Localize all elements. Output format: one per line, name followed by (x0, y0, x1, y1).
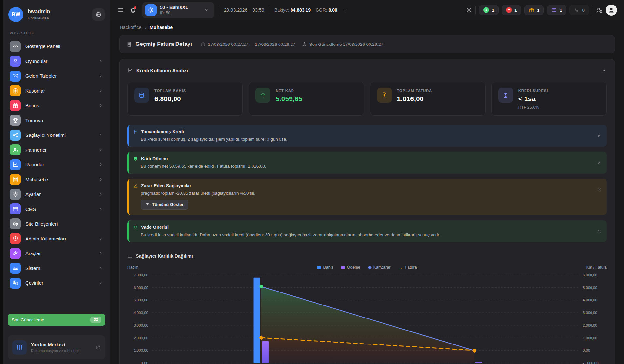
help-texts: Yardım Merkezi Dokümantasyon ve rehberle… (31, 342, 79, 353)
divider (475, 6, 476, 14)
alert-title: Kârlı Dönem (141, 156, 168, 161)
sidebar-item-partnerler[interactable]: Partnerler (6, 143, 107, 158)
brand-selector[interactable]: 50 - BahisXL ID: 50 (142, 2, 214, 18)
provider-chart-svg (152, 275, 578, 364)
sidebar-item-kuponlar[interactable]: Kuponlar (6, 84, 107, 98)
chart-line-icon (127, 67, 133, 73)
counter-pill-phone[interactable]: 0 (569, 5, 589, 15)
user-sessions-icon[interactable] (596, 7, 603, 14)
globe-icon (95, 11, 102, 18)
notifications-button[interactable] (129, 7, 136, 14)
chevron-right-icon (98, 162, 103, 167)
left-tick: 3.000,00 (134, 323, 148, 327)
legend-item-k-r-zarar[interactable]: Kâr/Zarar (368, 265, 391, 270)
sidebar-item-muhasebe[interactable]: Muhasebe (6, 172, 107, 187)
show-all-button[interactable]: Tümünü Göster (141, 200, 188, 210)
sidebar-item-cms[interactable]: CMS (6, 202, 107, 217)
settings-icon[interactable] (466, 7, 472, 13)
sidebar-item-label: Turnuva (25, 118, 43, 123)
counter-pill-arrow-down-sm[interactable]: 1 (479, 5, 499, 15)
sidebar-item-gelen-talepler[interactable]: Gelen Talepler (6, 69, 107, 84)
show-all-label: Tümünü Göster (152, 202, 184, 207)
sidebar-item-label: Gösterge Paneli (25, 44, 60, 49)
breadcrumb-separator: › (145, 25, 147, 30)
legend-item-fatura[interactable]: →Fatura (398, 265, 417, 270)
user-block: bwadmin Bookiewise (28, 9, 50, 20)
close-icon[interactable] (597, 133, 602, 138)
legend-item-bahis[interactable]: Bahis (317, 265, 333, 270)
gift-icon (12, 102, 19, 109)
collapse-chevron-icon[interactable] (601, 67, 607, 73)
close-icon[interactable] (597, 187, 602, 192)
counter-pill-arrow-up-sm[interactable]: 1 (502, 5, 521, 15)
stat-body: KREDİ SÜRESİ< 1saRTP 25.6% (518, 88, 548, 110)
language-button[interactable] (92, 8, 105, 21)
left-tick: 4.000,00 (134, 311, 148, 315)
chevron-right-icon (98, 133, 103, 137)
chevron-right-icon (98, 266, 103, 271)
menu-toggle-button[interactable] (117, 6, 124, 14)
chart-bars-icon (127, 253, 133, 259)
bar-chart-icon (127, 253, 133, 259)
legend-row: Hacim BahisÖdemeKâr/Zarar→Fatura Kâr / F… (127, 265, 607, 270)
chart-plot[interactable] (152, 275, 578, 364)
chevron-right-icon (98, 192, 103, 197)
counter-pill-gift[interactable]: 1 (524, 5, 544, 15)
arrow-up-sm-icon (507, 8, 511, 12)
sidebar-item-site-bile-enleri[interactable]: Site Bileşenleri (6, 216, 107, 231)
chevron-right-icon (98, 88, 103, 93)
sidebar-header: BW bwadmin Bookiewise (3, 0, 110, 27)
Ödeme-swatch (341, 266, 345, 269)
alert-title: Zarar Eden Sağlayıcılar (141, 183, 191, 188)
coins-icon (138, 92, 145, 99)
sidebar-item-g-sterge-paneli[interactable]: Gösterge Paneli (6, 39, 107, 54)
right-tick: 5.000,00 (583, 286, 597, 290)
plot-row: 7.000,006.000,005.000,004.000,003.000,00… (127, 275, 607, 364)
sidebar-item-turnuva[interactable]: Turnuva (6, 113, 107, 128)
avatar[interactable]: BW (8, 7, 23, 22)
person-plus-icon (12, 147, 19, 153)
counter-pill-mail[interactable]: 1 (547, 5, 566, 15)
alert-title: Tamamlanmış Kredi (141, 129, 184, 134)
sidebar-item-admin-kullan-c-lar-[interactable]: Admin Kullanıcıları (6, 231, 107, 246)
topbar-right: 11110 (466, 5, 617, 16)
chevron-right-icon (98, 148, 103, 152)
sidebar-item-sa-lay-c-y-netimi[interactable]: Sağlayıcı Yönetimi (6, 128, 107, 143)
invoice-icon (381, 92, 388, 99)
left-tick: 7.000,00 (134, 273, 148, 277)
translate-icon (12, 280, 19, 286)
sidebar-item--eviriler[interactable]: Çeviriler (6, 276, 107, 291)
close-icon (597, 160, 602, 165)
sidebar-item-bonus[interactable]: Bonus (6, 98, 107, 113)
chevron-right-icon (98, 251, 103, 256)
sidebar-item-oyuncular[interactable]: Oyuncular (6, 54, 107, 69)
sidebar-item-label: Bonus (25, 103, 39, 108)
close-icon[interactable] (597, 229, 602, 234)
help-center-card[interactable]: Yardım Merkezi Dokümantasyon ve rehberle… (8, 335, 105, 359)
sidebar-item-ayarlar[interactable]: Ayarlar (6, 187, 107, 202)
sidebar-item-ara-lar[interactable]: Araçlar (6, 246, 107, 261)
external-link-icon (96, 345, 101, 350)
Bahis-swatch (317, 266, 321, 269)
stat-value: < 1sa (518, 95, 548, 103)
chevron-right-icon (98, 148, 103, 152)
pill-count: 1 (560, 8, 562, 13)
chart-title: Sağlayıcı Karlılık Dağılımı (136, 254, 193, 259)
panel-header[interactable]: Kredi Kullanım Analizi (127, 59, 607, 82)
sidebar-item-label: Kuponlar (25, 88, 45, 94)
breadcrumb-current: Muhasebe (150, 25, 173, 30)
chevron-right-icon (98, 236, 103, 241)
sidebar-item-sistem[interactable]: Sistem (6, 261, 107, 276)
close-icon[interactable] (597, 160, 602, 165)
person-icon (12, 58, 19, 64)
legend-item--deme[interactable]: Ödeme (341, 265, 360, 270)
breadcrumb-root[interactable]: Backoffice (120, 25, 142, 30)
stat-label: KREDİ SÜRESİ (518, 89, 548, 93)
profile-avatar[interactable] (606, 5, 617, 16)
add-button[interactable] (342, 7, 348, 13)
last-update-button[interactable]: Son Güncelleme 23 (8, 314, 105, 326)
sidebar-item-raporlar[interactable]: Raporlar (6, 157, 107, 172)
alert-description: Bu dönem net 5.059,65 kâr elde edildi. F… (141, 164, 591, 169)
right-axis-caption: Kâr / Fatura (417, 265, 607, 270)
clipboard-icon (12, 88, 19, 94)
